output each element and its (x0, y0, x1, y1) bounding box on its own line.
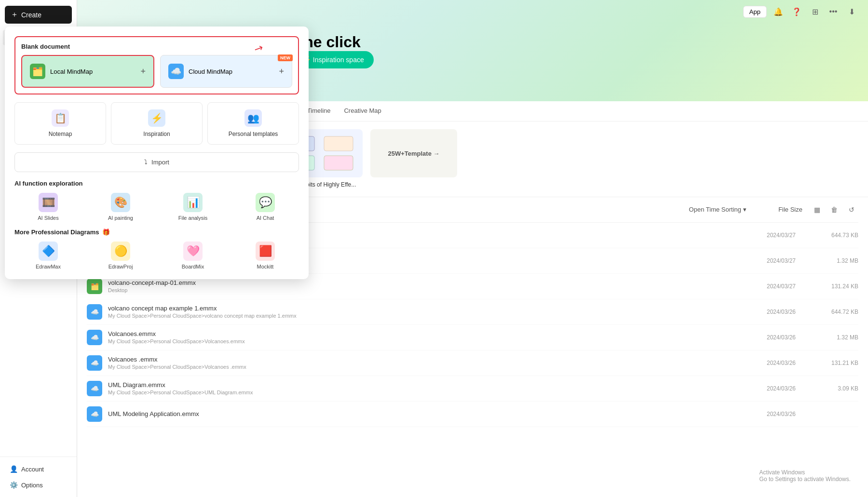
question-icon[interactable]: ❓ (790, 5, 803, 18)
edrawproj-card[interactable]: 🟡 EdrawProj (87, 242, 154, 269)
import-button[interactable]: ⤵ Import (14, 152, 299, 172)
file-name: UML Diagram.emmx (108, 381, 752, 389)
personal-templates-label: Personal templates (229, 131, 278, 137)
ai-painting-card[interactable]: 🎨 AI painting (87, 193, 154, 221)
inspiration-icon: ⚡ (148, 109, 165, 127)
file-type-icon: ☁️ (87, 406, 102, 422)
sidebar-item-account[interactable]: 👤 Account (3, 461, 74, 477)
app-button[interactable]: App (743, 6, 767, 18)
file-info: Volcanoes .emmx My Cloud Space>Personal … (108, 356, 752, 370)
edrawmax-icon: 🔷 (39, 242, 58, 261)
ai-slides-icon: 🎞️ (39, 193, 58, 212)
edrawmax-card[interactable]: 🔷 EdrawMax (14, 242, 82, 269)
file-info: UML Diagram.emmx My Cloud Space>Personal… (108, 381, 752, 395)
file-name: Volcanoes .emmx (108, 356, 752, 363)
file-size: 3.09 KB (810, 385, 858, 392)
file-row[interactable]: ☁️ Volcanoes .emmx My Cloud Space>Person… (87, 350, 858, 376)
file-info: Volcanoes.emmx My Cloud Space>Personal C… (108, 330, 752, 344)
refresh-icon[interactable]: ↺ (845, 203, 858, 216)
mockit-card[interactable]: 🟥 Mockitt (231, 242, 299, 269)
svg-rect-17 (324, 136, 353, 151)
ai-chat-label: AI Chat (257, 215, 274, 221)
file-type-icon: ☁️ (87, 381, 102, 396)
dots-icon[interactable]: ••• (827, 5, 840, 18)
file-date: 2024/03/26 (752, 411, 810, 417)
file-size: 644.73 KB (810, 232, 858, 239)
gift-icon: 🎁 (102, 228, 110, 236)
chevron-down-icon: ▾ (743, 206, 746, 213)
file-name: Volcanoes.emmx (108, 330, 752, 337)
file-type-icon: ☁️ (87, 330, 102, 345)
boardmix-label: BoardMix (182, 264, 204, 269)
account-icon: 👤 (10, 465, 17, 473)
ai-painting-icon: 🎨 (111, 193, 130, 212)
svg-rect-19 (324, 156, 353, 170)
file-row[interactable]: ☁️ Volcanoes.emmx My Cloud Space>Persona… (87, 325, 858, 350)
file-date: 2024/03/26 (752, 334, 810, 341)
file-size: 1.32 MB (810, 257, 858, 264)
mockit-icon: 🟥 (256, 242, 275, 261)
file-path: My Cloud Space>Personal CloudSpace>Volca… (108, 364, 752, 370)
template-card-25w[interactable]: 25W+Template → (370, 129, 457, 181)
mockit-label: Mockitt (257, 264, 274, 269)
grid-icon[interactable]: ⊞ (808, 5, 822, 18)
file-row[interactable]: ☁️ UML Diagram.emmx My Cloud Space>Perso… (87, 376, 858, 402)
cloud-new-badge: NEW (278, 54, 293, 61)
sidebar-account-label: Account (21, 466, 44, 473)
file-info: UML Modeling Application.emmx (108, 410, 752, 417)
ai-slides-card[interactable]: 🎞️ AI Slides (14, 193, 82, 221)
cloud-mindmap-icon: ☁️ (168, 64, 184, 79)
cloud-mindmap-plus: + (279, 67, 284, 77)
plus-icon: ＋ (11, 10, 18, 20)
file-path: My Cloud Space>Personal CloudSpace>volca… (108, 313, 752, 319)
sidebar-bottom: 👤 Account ⚙️ Options (0, 457, 77, 497)
file-path: Desktop (108, 287, 752, 293)
file-analysis-card[interactable]: 📊 File analysis (159, 193, 227, 221)
ai-chat-icon: 💬 (256, 193, 275, 212)
tab-creative-map[interactable]: Creative Map (342, 101, 383, 121)
boardmix-icon: 🩷 (183, 242, 203, 261)
inspiration-label: Inspiration (143, 131, 170, 137)
sort-button[interactable]: Open Time Sorting ▾ (689, 206, 746, 213)
ai-chat-card[interactable]: 💬 AI Chat (231, 193, 299, 221)
quick-actions: 📋 Notemap ⚡ Inspiration 👥 Personal templ… (14, 102, 299, 145)
boardmix-card[interactable]: 🩷 BoardMix (159, 242, 227, 269)
bell-icon[interactable]: 🔔 (772, 5, 785, 18)
sort-label: Open Time Sorting (689, 206, 741, 213)
local-mindmap-icon: 🗂️ (30, 64, 45, 79)
file-date: 2024/03/26 (752, 385, 810, 392)
create-label: Create (21, 11, 41, 19)
local-mindmap-plus: + (140, 67, 146, 77)
create-dropdown: Blank document 🗂️ Local MindMap + NEW ↗ … (5, 27, 309, 279)
local-mindmap-card[interactable]: 🗂️ Local MindMap + (21, 55, 154, 88)
activation-line2: Go to Settings to activate Windows. (760, 476, 851, 483)
file-size: 1.32 MB (810, 334, 858, 341)
ai-section-title: AI function exploration (14, 180, 299, 187)
edrawmax-label: EdrawMax (36, 264, 61, 269)
file-path: My Cloud Space>Personal CloudSpace>Volca… (108, 338, 752, 344)
trash-icon[interactable]: 🗑 (827, 203, 841, 216)
edrawproj-icon: 🟡 (111, 242, 130, 261)
inspiration-card[interactable]: ⚡ Inspiration (111, 102, 203, 145)
notemap-label: Notemap (49, 131, 72, 137)
personal-templates-card[interactable]: 👥 Personal templates (207, 102, 299, 145)
ai-slides-label: AI Slides (38, 215, 58, 221)
grid-view-icon[interactable]: ▦ (810, 203, 824, 216)
cloud-mindmap-card[interactable]: NEW ↗ ☁️ Cloud MindMap + (160, 55, 292, 88)
file-analysis-icon: 📊 (183, 193, 203, 212)
file-row[interactable]: ☁️ UML Modeling Application.emmx 2024/03… (87, 402, 858, 427)
create-button[interactable]: ＋ Create (5, 6, 72, 24)
import-label: Import (151, 159, 169, 166)
notemap-card[interactable]: 📋 Notemap (14, 102, 106, 145)
file-date: 2024/03/27 (752, 283, 810, 290)
file-row[interactable]: ☁️ volcano concept map example 1.emmx My… (87, 299, 858, 325)
file-date: 2024/03/27 (752, 257, 810, 264)
options-icon: ⚙️ (10, 481, 17, 489)
local-mindmap-label: Local MindMap (50, 68, 93, 75)
activation-watermark: Activate Windows Go to Settings to activ… (752, 464, 858, 487)
sidebar-item-options[interactable]: ⚙️ Options (3, 477, 74, 493)
blank-doc-title: Blank document (21, 43, 292, 50)
template-25w-label: 25W+Template → (388, 150, 439, 157)
activation-line1: Activate Windows (760, 469, 851, 476)
download-icon[interactable]: ⬇ (845, 5, 858, 18)
